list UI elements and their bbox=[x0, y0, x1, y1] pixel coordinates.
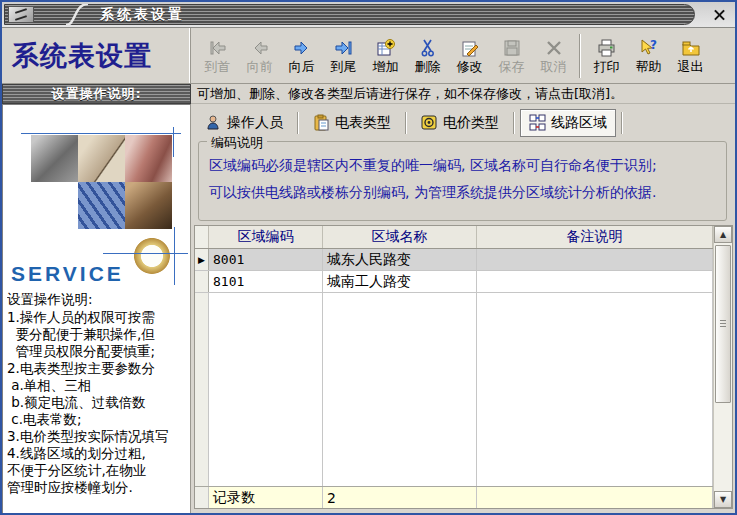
print-label: 打印 bbox=[594, 60, 620, 74]
empty-column bbox=[323, 293, 477, 486]
next-icon bbox=[291, 37, 313, 59]
delete-button[interactable]: 删除 bbox=[407, 31, 448, 81]
cell-note[interactable] bbox=[477, 271, 713, 292]
groupbox-line: 可以按供电线路或楼栋分别编码, 为管理系统提供分区域统计分析的依据. bbox=[199, 179, 726, 206]
next-label: 向后 bbox=[289, 60, 315, 74]
window-title: 系统表设置 bbox=[100, 6, 185, 24]
svg-text:?: ? bbox=[650, 38, 657, 52]
scrollbar-track[interactable] bbox=[714, 243, 732, 491]
empty-column bbox=[477, 293, 713, 486]
collage-line-top bbox=[21, 133, 181, 134]
help-icon: ? bbox=[638, 37, 660, 59]
scroll-up-button[interactable]: ▲ bbox=[714, 226, 732, 243]
first-button[interactable]: 到首 bbox=[197, 31, 238, 81]
instruction-line: 要分配便于兼职操作,但 bbox=[7, 326, 188, 343]
instruction-line: a.单相、三相 bbox=[7, 377, 188, 394]
sidebar-header: 设置操作说明: bbox=[2, 84, 191, 104]
region-grid: 区域编码 区域名称 备注说明 ▶ 8001 城东人民路变 8101 城南工人路变 bbox=[194, 225, 733, 509]
scroll-up-icon: ▲ bbox=[720, 230, 726, 239]
add-label: 增加 bbox=[373, 60, 399, 74]
grid-indicator-header bbox=[195, 226, 209, 248]
cell-region-code[interactable]: 8001 bbox=[209, 249, 323, 270]
tab-bar: 操作人员 电表类型 电价类型 线路区域 bbox=[194, 106, 733, 139]
tab-operators[interactable]: 操作人员 bbox=[196, 109, 292, 137]
help-button[interactable]: ? 帮助 bbox=[628, 31, 669, 81]
table-row[interactable]: 8101 城南工人路变 bbox=[195, 271, 713, 293]
scrollbar-thumb[interactable] bbox=[715, 245, 731, 403]
record-count-value: 2 bbox=[323, 487, 477, 508]
app-window: 系统表设置 系统表设置 到首 向前 向后 到尾 bbox=[0, 0, 737, 515]
print-icon bbox=[596, 37, 618, 59]
tab-price-type[interactable]: 电价类型 bbox=[412, 109, 508, 137]
close-icon bbox=[714, 9, 725, 20]
instruction-line: 管理员权限分配要慎重; bbox=[7, 343, 188, 360]
tab-line-region-label: 线路区域 bbox=[551, 114, 607, 132]
app-title-zone: 系统表设置 bbox=[2, 28, 191, 83]
next-button[interactable]: 向后 bbox=[281, 31, 322, 81]
toolbar: 到首 向前 向后 到尾 增加 删除 bbox=[191, 28, 735, 83]
cancel-icon bbox=[543, 37, 565, 59]
prev-icon bbox=[249, 37, 271, 59]
grid-header-row: 区域编码 区域名称 备注说明 bbox=[195, 226, 713, 249]
toolbar-separator bbox=[579, 34, 581, 78]
groupbox-title: 编码说明 bbox=[207, 134, 267, 152]
edit-icon bbox=[459, 37, 481, 59]
column-header-region-code: 区域编码 bbox=[209, 226, 323, 248]
title-bar: 系统表设置 bbox=[2, 2, 735, 28]
instruction-line: 设置操作说明: bbox=[7, 291, 188, 308]
cell-note[interactable] bbox=[477, 249, 713, 270]
logo-icon bbox=[14, 10, 28, 19]
record-count-row: 记录数 2 bbox=[195, 486, 713, 508]
toolbar-row: 系统表设置 到首 向前 向后 到尾 增加 bbox=[2, 28, 735, 84]
instruction-line: 管理时应按楼幢划分. bbox=[7, 479, 188, 496]
tab-separator bbox=[513, 112, 515, 134]
page-title: 系统表设置 bbox=[12, 38, 152, 74]
cancel-label: 取消 bbox=[541, 60, 567, 74]
last-button[interactable]: 到尾 bbox=[323, 31, 364, 81]
scroll-down-button[interactable]: ▼ bbox=[714, 491, 732, 508]
print-button[interactable]: 打印 bbox=[586, 31, 627, 81]
collage-line-right-bottom bbox=[174, 227, 175, 285]
add-icon bbox=[375, 37, 397, 59]
last-icon bbox=[333, 37, 355, 59]
row-indicator bbox=[195, 271, 209, 292]
instructions-block: 设置操作说明: 1.操作人员的权限可按需 要分配便于兼职操作,但 管理员权限分配… bbox=[3, 287, 190, 496]
column-header-note: 备注说明 bbox=[477, 226, 713, 248]
tab-price-type-label: 电价类型 bbox=[443, 114, 499, 132]
content-area: SERVICE 设置操作说明: 1.操作人员的权限可按需 要分配便于兼职操作,但… bbox=[2, 104, 735, 513]
cancel-button[interactable]: 取消 bbox=[533, 31, 574, 81]
tab-meter-type[interactable]: 电表类型 bbox=[304, 109, 400, 137]
price-type-icon bbox=[421, 114, 438, 131]
tab-operators-label: 操作人员 bbox=[227, 114, 283, 132]
save-button[interactable]: 保存 bbox=[491, 31, 532, 81]
close-button[interactable] bbox=[711, 7, 727, 21]
photo-keyboard bbox=[78, 182, 125, 229]
footer-indicator bbox=[195, 487, 209, 508]
footer-empty bbox=[477, 487, 713, 508]
add-button[interactable]: 增加 bbox=[365, 31, 406, 81]
line-region-icon bbox=[529, 114, 546, 131]
photo-tools bbox=[125, 135, 172, 182]
tab-separator bbox=[297, 112, 299, 134]
cell-region-code[interactable]: 8101 bbox=[209, 271, 323, 292]
photo-pen bbox=[78, 135, 125, 182]
delete-icon bbox=[417, 37, 439, 59]
grid-body: 区域编码 区域名称 备注说明 ▶ 8001 城东人民路变 8101 城南工人路变 bbox=[195, 226, 713, 508]
prev-button[interactable]: 向前 bbox=[239, 31, 280, 81]
scroll-down-icon: ▼ bbox=[720, 495, 726, 504]
titlebar-curve-decoration bbox=[62, 4, 102, 25]
table-row[interactable]: ▶ 8001 城东人民路变 bbox=[195, 249, 713, 271]
cell-region-name[interactable]: 城东人民路变 bbox=[323, 249, 477, 270]
instruction-line: b.额定电流、过载倍数 bbox=[7, 394, 188, 411]
vertical-scrollbar[interactable]: ▲ ▼ bbox=[713, 226, 732, 508]
record-count-label: 记录数 bbox=[209, 487, 323, 508]
cell-region-name[interactable]: 城南工人路变 bbox=[323, 271, 477, 292]
instruction-line: 1.操作人员的权限可按需 bbox=[7, 309, 188, 326]
tab-line-region[interactable]: 线路区域 bbox=[520, 109, 616, 137]
exit-label: 退出 bbox=[678, 60, 704, 74]
tab-meter-type-label: 电表类型 bbox=[335, 114, 391, 132]
exit-button[interactable]: 退出 bbox=[670, 31, 711, 81]
photo-collage: SERVICE bbox=[3, 127, 190, 287]
edit-button[interactable]: 修改 bbox=[449, 31, 490, 81]
instruction-line: 4.线路区域的划分过粗, bbox=[7, 445, 188, 462]
